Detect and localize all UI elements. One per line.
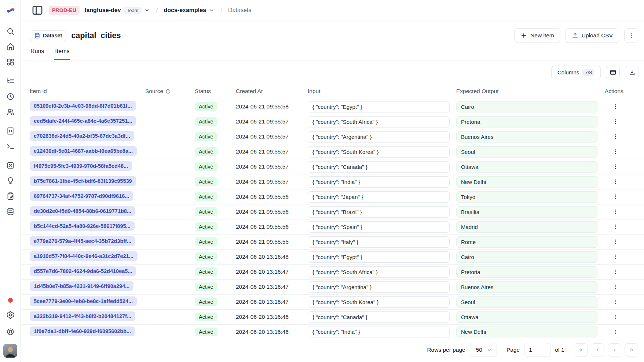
item-id-link[interactable]: e779a270-579a-4f45-aec4-35b72d3bff... <box>30 236 135 246</box>
users-icon[interactable] <box>6 107 15 117</box>
home-icon[interactable] <box>6 42 15 51</box>
item-id-link[interactable]: 1f0e7da1-dbff-4e60-929d-f6095602bb... <box>30 326 135 336</box>
database-icon[interactable] <box>6 207 15 216</box>
row-actions-menu-button[interactable] <box>610 236 621 247</box>
record-dot[interactable] <box>8 298 13 303</box>
expected-output-cell[interactable]: Rome <box>456 236 598 248</box>
expected-output-cell[interactable]: Seoul <box>456 146 598 158</box>
item-id-link[interactable]: d557e7d6-7802-4624-9da6-52d410ea5... <box>30 266 136 276</box>
expected-output-cell[interactable]: Seoul <box>456 296 598 308</box>
row-actions-menu-button[interactable] <box>610 296 621 307</box>
search-icon[interactable] <box>6 26 15 36</box>
page-number-input[interactable] <box>524 343 550 357</box>
row-actions-menu-button[interactable] <box>610 101 621 112</box>
columns-button[interactable]: Columns 7/8 <box>551 66 601 79</box>
row-actions-menu-button[interactable] <box>610 116 621 127</box>
input-cell[interactable]: { "country": "Canada" } <box>308 311 450 323</box>
input-cell[interactable]: { "country": "South Korea" } <box>308 146 450 158</box>
trace-tree-icon[interactable] <box>6 76 15 86</box>
row-actions-menu-button[interactable] <box>610 206 621 217</box>
rows-per-page-select[interactable]: 50 <box>470 343 497 357</box>
row-actions-menu-button[interactable] <box>610 326 621 337</box>
expected-output-cell[interactable]: Pretoria <box>456 116 598 128</box>
last-page-button[interactable] <box>625 343 638 357</box>
chevron-down-icon[interactable] <box>144 7 150 13</box>
input-cell[interactable]: { "country": "Argentina" } <box>308 281 450 293</box>
input-cell[interactable]: { "country": "South Africa" } <box>308 266 450 278</box>
expected-output-cell[interactable]: Buenos Aires <box>456 131 598 143</box>
expected-output-cell[interactable]: Tokyo <box>456 191 598 203</box>
item-id-link[interactable]: a1910d57-7f84-440c-9e46-a31c2d7e21... <box>30 251 138 261</box>
tab-runs[interactable]: Runs <box>30 47 45 60</box>
item-id-link[interactable]: eed5dafe-244f-465c-a84c-4a6e357251... <box>30 116 136 126</box>
breadcrumb-project[interactable]: docs-examples <box>164 7 215 14</box>
item-id-link[interactable]: c702838d-24d5-40a2-bf35-67dc3a3df... <box>30 131 134 141</box>
clock-icon[interactable] <box>6 92 15 101</box>
input-cell[interactable]: { "country": "Brazil" } <box>308 206 450 218</box>
row-actions-menu-button[interactable] <box>610 146 621 157</box>
export-download-button[interactable] <box>625 66 639 79</box>
item-id-link[interactable]: b75c7861-1fbe-45cf-bdf6-83f139c95539 <box>30 176 136 186</box>
row-actions-menu-button[interactable] <box>610 251 621 262</box>
input-cell[interactable]: { "country": "Egypt" } <box>308 251 450 263</box>
dataset-more-menu-button[interactable] <box>624 28 638 43</box>
sidebar-toggle-icon[interactable] <box>31 4 44 16</box>
clipboard-pen-icon[interactable] <box>6 191 15 201</box>
expected-output-cell[interactable]: Buenos Aires <box>456 281 598 293</box>
new-item-button[interactable]: New item <box>514 28 560 43</box>
row-actions-menu-button[interactable] <box>610 161 621 172</box>
input-cell[interactable]: { "country": "Canada" } <box>308 161 450 173</box>
previous-page-button[interactable] <box>591 343 604 357</box>
input-cell[interactable]: { "country": "South Africa" } <box>308 116 450 128</box>
item-id-link[interactable]: a322b319-9412-4f43-b8f2-b20484127f... <box>30 311 135 321</box>
input-cell[interactable]: { "country": "Egypt" } <box>308 101 450 112</box>
input-cell[interactable]: { "country": "India" } <box>308 176 450 188</box>
row-actions-menu-button[interactable] <box>610 311 621 322</box>
item-id-link[interactable]: 5cee7779-3e00-4eb8-be8c-1affedd524... <box>30 296 137 306</box>
item-id-link[interactable]: 05109ef0-2e3b-4e03-98dd-8f7d01b61f... <box>30 101 136 111</box>
code-file-icon[interactable] <box>6 126 15 136</box>
percent-box-icon[interactable] <box>6 160 15 170</box>
terminal-icon[interactable] <box>6 141 15 151</box>
row-actions-menu-button[interactable] <box>610 221 621 232</box>
input-cell[interactable]: { "country": "Spain" } <box>308 221 450 233</box>
support-lifebuoy-icon[interactable] <box>6 327 15 336</box>
input-cell[interactable]: { "country": "Argentina" } <box>308 131 450 143</box>
row-actions-menu-button[interactable] <box>610 191 621 202</box>
expected-output-cell[interactable]: Madrid <box>456 221 598 233</box>
input-cell[interactable]: { "country": "South Korea" } <box>308 296 450 308</box>
settings-gear-icon[interactable] <box>6 310 15 319</box>
input-cell[interactable]: { "country": "Italy" } <box>308 236 450 248</box>
input-cell[interactable]: { "country": "Japan" } <box>308 191 450 203</box>
expected-output-cell[interactable]: Ottawa <box>456 311 598 323</box>
row-actions-menu-button[interactable] <box>610 281 621 292</box>
item-id-link[interactable]: 69764737-34af-4752-9787-d90df9616... <box>30 191 133 201</box>
item-id-link[interactable]: f4975c95-5fc3-4939-970d-58fa5cd48... <box>30 161 132 171</box>
item-id-link[interactable]: e12430df-5e81-4687-aabb-f0ea65be8a... <box>30 146 137 156</box>
next-page-button[interactable] <box>608 343 621 357</box>
expected-output-cell[interactable]: Cairo <box>456 101 598 112</box>
expected-output-cell[interactable]: New Delhi <box>456 326 598 337</box>
chevron-down-icon[interactable] <box>209 7 215 13</box>
user-avatar[interactable] <box>3 344 17 358</box>
first-page-button[interactable] <box>574 343 588 357</box>
breadcrumb-org[interactable]: langfuse-dev Team <box>85 7 150 14</box>
row-actions-menu-button[interactable] <box>610 266 621 277</box>
row-height-button[interactable] <box>606 66 620 79</box>
dashboard-grid-icon[interactable] <box>6 57 15 67</box>
expected-output-cell[interactable]: New Delhi <box>456 176 598 188</box>
status-badge: Active <box>195 132 217 141</box>
lightbulb-icon[interactable] <box>6 176 15 185</box>
expected-output-cell[interactable]: Ottawa <box>456 161 598 173</box>
item-id-link[interactable]: b5c144cd-52a5-4a80-926e-58617f895... <box>30 221 135 231</box>
upload-csv-button[interactable]: Upload CSV <box>566 28 619 43</box>
row-actions-menu-button[interactable] <box>610 176 621 187</box>
input-cell[interactable]: { "country": "India" } <box>308 326 450 337</box>
expected-output-cell[interactable]: Brasília <box>456 206 598 218</box>
tab-items[interactable]: Items <box>54 47 70 60</box>
expected-output-cell[interactable]: Pretoria <box>456 266 598 278</box>
item-id-link[interactable]: de30d2e0-f5d9-4854-88b6-0619771b8... <box>30 206 135 216</box>
row-actions-menu-button[interactable] <box>610 131 621 142</box>
item-id-link[interactable]: 1d45b0e7-b85a-4231-9149-6ff90a294... <box>30 281 133 291</box>
expected-output-cell[interactable]: Cairo <box>456 251 598 263</box>
